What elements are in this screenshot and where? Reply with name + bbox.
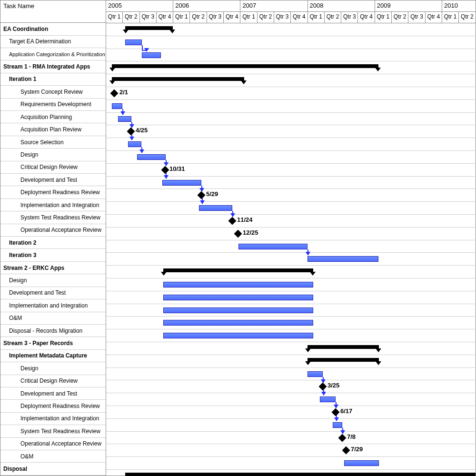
qtr-cell: Qtr 4 xyxy=(426,12,442,23)
year-cell: 2008 xyxy=(308,0,375,11)
milestone-icon xyxy=(342,446,350,455)
chart-row: 7/8 xyxy=(106,432,476,445)
year-cell: 2006 xyxy=(173,0,240,11)
task-row: Critical Design Review xyxy=(0,375,106,387)
milestone-icon xyxy=(127,128,135,136)
chart-row xyxy=(106,61,476,74)
task-row: Implementation and Integration xyxy=(0,413,106,425)
milestone-icon xyxy=(234,229,242,238)
task-row: Acquisition Plan Review xyxy=(0,123,106,136)
gantt-chart: Task Name EA Coordination Target EA Dete… xyxy=(0,0,476,476)
task-row: Implementation and Integration xyxy=(0,299,106,312)
chart-row xyxy=(106,457,476,470)
chart-row: 4/25 xyxy=(106,125,476,138)
qtr-cell: Qtr 3 xyxy=(207,12,224,23)
task-row: Development and Test xyxy=(0,287,106,299)
qtr-cell: Qtr 2 xyxy=(392,12,408,23)
summary-bar xyxy=(125,473,476,476)
qtr-cell: Qtr 3 xyxy=(274,12,291,23)
task-row: Stream 1 - RMA Integrated Apps xyxy=(0,60,106,73)
chart-row xyxy=(106,393,476,406)
qtr-cell: Qtr 2 xyxy=(258,12,274,23)
task-row: Requirements Development xyxy=(0,99,106,111)
milestone-label: 12/25 xyxy=(243,229,258,236)
year-cell: 2009 xyxy=(375,0,442,11)
task-row: Iteration 1 xyxy=(0,73,106,86)
task-row: Target EA Determination xyxy=(0,36,106,48)
chart-row xyxy=(106,291,476,304)
chart-row xyxy=(106,240,476,253)
year-cell: 2007 xyxy=(240,0,307,11)
chart-row xyxy=(106,202,476,215)
milestone-icon xyxy=(198,191,206,199)
task-row: Disposal xyxy=(0,463,106,475)
chart-row: 7/29 xyxy=(106,444,476,457)
task-bar xyxy=(163,282,313,288)
summary-bar xyxy=(307,345,379,349)
task-name-column: Task Name EA Coordination Target EA Dete… xyxy=(0,0,106,476)
chart-row xyxy=(106,253,476,266)
year-row: 2005 2006 2007 2008 2009 2010 xyxy=(106,0,476,12)
task-bar xyxy=(163,333,313,338)
task-row: Implement Metadata Capture xyxy=(0,350,106,362)
milestone-icon xyxy=(110,89,119,97)
timeline-header: 2005 2006 2007 2008 2009 2010 Qtr 1 Qtr … xyxy=(106,0,476,23)
summary-bar xyxy=(112,77,244,81)
task-bar xyxy=(163,307,313,313)
qtr-cell: Qtr 1 xyxy=(173,12,190,23)
chart-row xyxy=(106,100,476,113)
milestone-label: 4/25 xyxy=(136,127,148,134)
task-row: Operational Acceptance Review xyxy=(0,224,106,237)
task-row: EA Coordination xyxy=(0,23,106,35)
task-row: Development and Test xyxy=(0,387,106,400)
task-row: Application Categorization & Prioritizat… xyxy=(0,48,106,60)
task-row: O&M xyxy=(0,450,106,463)
task-bar xyxy=(128,141,141,147)
chart-row xyxy=(106,368,476,381)
task-bar xyxy=(125,40,142,45)
chart-row xyxy=(106,113,476,126)
year-cell: 2005 xyxy=(106,0,173,11)
task-bar xyxy=(163,320,313,326)
task-row: Operational Acceptance Review xyxy=(0,438,106,450)
milestone-label: 3/25 xyxy=(327,382,339,389)
task-bar xyxy=(344,460,379,466)
quarter-row: Qtr 1 Qtr 2 Qtr 3 Qtr 4 Qtr 1 Qtr 2 Qtr … xyxy=(106,12,476,23)
task-row: Implementation and Integration xyxy=(0,199,106,211)
task-row: System Test Readiness Review xyxy=(0,425,106,437)
chart-row: 5/29 xyxy=(106,189,476,202)
chart-row xyxy=(106,342,476,355)
qtr-cell: Qtr 4 xyxy=(358,12,375,23)
qtr-cell: Qtr 3 xyxy=(408,12,425,23)
task-bar xyxy=(307,371,323,377)
task-bar xyxy=(118,116,131,122)
milestone-label: 6/17 xyxy=(340,407,352,415)
milestone-icon xyxy=(161,166,169,174)
qtr-cell: Qtr 3 xyxy=(341,12,358,23)
chart-row xyxy=(106,278,476,291)
milestone-label: 7/29 xyxy=(351,446,363,453)
chart-row xyxy=(106,177,476,189)
chart-row: 10/31 xyxy=(106,164,476,177)
milestone-icon xyxy=(228,217,237,225)
task-row: Stream 2 - ERKC Apps xyxy=(0,262,106,274)
task-row: Stream 3 - Paper Records xyxy=(0,337,106,349)
milestone-label: 7/8 xyxy=(347,433,356,440)
task-row: Disposal - Records Migration xyxy=(0,325,106,337)
qtr-cell: Qtr 1 xyxy=(442,12,459,23)
task-bar xyxy=(112,103,122,109)
milestone-label: 2/1 xyxy=(119,89,128,96)
chart-area: 2005 2006 2007 2008 2009 2010 Qtr 1 Qtr … xyxy=(106,0,476,476)
year-cell: 2010 xyxy=(442,0,476,11)
qtr-cell: Qtr 1 xyxy=(106,12,123,23)
task-bar xyxy=(162,180,201,186)
task-row: Design xyxy=(0,274,106,287)
milestone-icon xyxy=(338,434,347,442)
task-header: Task Name xyxy=(0,0,106,23)
task-row: O&M xyxy=(0,312,106,325)
chart-row xyxy=(106,317,476,329)
task-row: Development and Test xyxy=(0,174,106,186)
chart-body: 2/1 4/25 xyxy=(106,23,476,476)
summary-bar xyxy=(112,64,378,68)
chart-row: 2/1 xyxy=(106,87,476,100)
